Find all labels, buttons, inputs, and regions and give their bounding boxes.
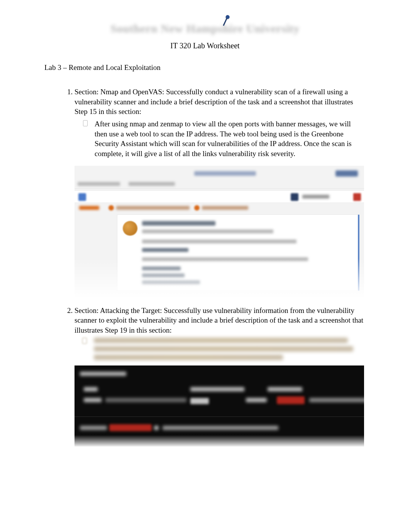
screenshot-1-greenbone (75, 166, 364, 297)
lab-title: Lab 3 – Remote and Local Exploitation (44, 63, 366, 73)
blurred-severity-badge (277, 396, 305, 404)
logo-area: Southern New Hampshire University (44, 19, 366, 38)
blurred-button (335, 170, 358, 177)
question-2-answer-blurred (94, 338, 364, 360)
blurred-icon (78, 193, 86, 201)
question-list: Section: Nmap and OpenVAS: Successfully … (44, 87, 366, 446)
blurred-icon (291, 193, 298, 201)
question-1-answer-list: After using nmap and zenmap to view all … (75, 119, 364, 159)
blurred-severity-icon (123, 221, 137, 236)
question-2: Section: Attacking the Target: Successfu… (75, 306, 366, 447)
question-1-answer: After using nmap and zenmap to view all … (94, 119, 364, 159)
logo-box: Southern New Hampshire University (107, 19, 303, 38)
blurred-title (194, 171, 256, 176)
logo-text: Southern New Hampshire University (110, 21, 300, 37)
document-page: Southern New Hampshire University IT 320… (0, 0, 410, 474)
question-1: Section: Nmap and OpenVAS: Successfully … (75, 87, 366, 297)
question-1-prompt: Section: Nmap and OpenVAS: Successfully … (75, 87, 364, 117)
blurred-prompt-badge (109, 424, 152, 431)
screenshot-2-terminal (75, 365, 364, 447)
blurred-close-icon (353, 193, 361, 201)
document-subtitle: IT 320 Lab Worksheet (44, 41, 366, 51)
question-2-prompt: Section: Attacking the Target: Successfu… (75, 306, 364, 335)
